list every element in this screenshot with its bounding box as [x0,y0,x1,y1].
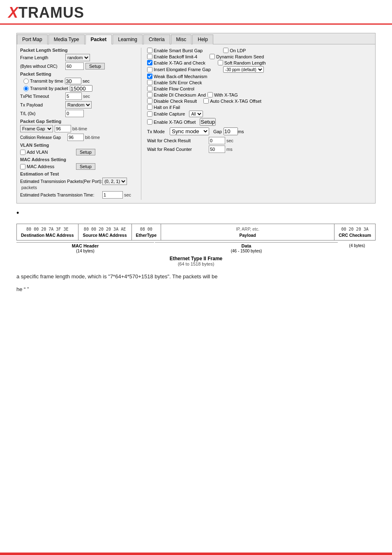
halt-fail-cb[interactable] [147,104,152,110]
tx-mode-select[interactable]: Sync modeAsync mode [170,127,209,135]
flow-control-cb[interactable] [147,86,152,91]
xtag-offset-cb[interactable] [147,119,152,125]
elongated-cb[interactable] [147,67,152,72]
setup-btn[interactable]: Setup [85,63,105,69]
auto-check-cb[interactable] [203,98,209,104]
panel-body: Packet Length Setting Frame Length rando… [17,44,375,203]
vlan-row: Add VLAN Setup [20,149,135,155]
auto-check-label: Auto Check X-TAG Offset [210,99,261,104]
ppm-select[interactable]: -30 ppm (default) [223,66,264,73]
flow-control-label: Enable Flow Control [154,86,194,91]
frame-title-area: Ethernet Type II Frame (64 to 1518 bytes… [16,256,376,266]
with-xtag-label: With X-TAG [214,92,238,97]
smart-burst-label: Enable Smart Burst Gap [154,48,203,53]
crc-hex: 00 20 20 3A [341,227,368,231]
mac-setup-btn[interactable]: Setup [76,163,95,170]
crc-bytes: (4 bytes) [349,243,365,248]
ethernet-diagram-wrapper: 80 00 20 7A 3F 3E Destination MAC Addres… [16,224,376,266]
tl-input[interactable] [65,110,84,117]
wait-read-unit: ms [226,147,233,152]
wait-check-input[interactable] [209,137,225,144]
estimation-title: Estimation of Test [20,171,135,176]
packet-setting-title: Packet Setting [20,72,135,76]
dynamic-seed-cb[interactable] [210,54,215,59]
smart-burst-row: Enable Smart Burst Gap On LDP [147,48,372,53]
capture-label: Enable Capture [154,111,185,116]
soft-random-cb[interactable] [218,60,223,65]
collision-gap-unit: bit-time [85,135,100,140]
wait-check-unit: sec [226,138,233,143]
xtag-offset-setup-btn[interactable]: Setup [200,118,216,126]
collision-gap-input[interactable] [67,134,84,141]
backoff-row: Enable Backoff limit-4 Dynamic Random Se… [147,54,372,59]
sn-error-label: Enable S/N Error Check [154,80,202,85]
add-vlan-checkbox[interactable] [20,150,25,155]
data-label: Data [242,243,251,248]
tab-port-map[interactable]: Port Map [17,35,48,44]
tab-packet[interactable]: Packet [85,35,112,44]
txpkt-input[interactable] [65,92,82,100]
text-para-2: he “ ” [16,285,376,294]
frame-gap-select[interactable]: Frame Gap [20,125,53,132]
bytes-label: (Bytes without CRC) [20,64,65,69]
sn-error-cb[interactable] [147,80,152,85]
bullet-section: • [16,210,376,217]
frame-gap-input[interactable] [55,125,71,132]
capture-select[interactable]: All [189,111,203,117]
est-packets-select[interactable]: (0, 2, 1) [102,178,127,185]
transmit-time-input[interactable] [65,78,81,84]
sn-error-row: Enable S/N Error Check [147,80,372,85]
tx-payload-select[interactable]: Random Fixed [65,101,92,109]
para2-end: ” [27,286,29,292]
packet-length-title: Packet Length Setting [20,48,135,53]
collision-gap-label: Collision Release Gap [20,135,67,140]
wait-read-input[interactable] [209,146,225,153]
on-ldp-label: On LDP [230,48,246,53]
transmit-time-radio[interactable] [23,79,29,84]
crc-cell: 00 20 20 3A CRC Checksum [334,224,375,240]
elongated-row: Insert Elongated Frame Gap -30 ppm (defa… [147,66,372,73]
disable-check-row: Disable Check Result Auto Check X-TAG Of… [147,98,372,104]
smart-burst-cb[interactable] [147,48,152,53]
panel-left: Packet Length Setting Frame Length rando… [20,48,135,200]
tab-criteria[interactable]: Criteria [143,35,170,44]
frame-length-select[interactable]: random fixed [65,54,90,61]
dynamic-seed-label: Dynamic Random Seed [216,54,264,59]
xtag-offset-row: Enable X-TAG Offset Setup [147,118,372,126]
ethernet-frame-outer: 80 00 20 7A 3F 3E Destination MAC Addres… [16,224,376,240]
txpkt-unit: sec [83,94,90,99]
backoff-cb[interactable] [147,54,152,59]
halt-fail-row: Halt on if Fail [147,104,372,110]
footer-bar [0,553,392,555]
transmit-packet-input[interactable] [70,85,92,92]
xtag-check-cb[interactable] [147,60,152,65]
src-mac-cell: 80 00 20 20 3A AE Source MAC Address [78,224,132,240]
tab-media-type[interactable]: Media Type [48,35,85,44]
weak-backoff-label: Weak Back-off Mechanism [154,74,207,79]
elongated-label: Insert Elongated Frame Gap [154,67,211,72]
gap-input[interactable] [224,127,238,135]
disable-check-cb[interactable] [147,98,152,104]
tab-learning[interactable]: Learning [113,35,143,44]
payload-cell: IP, ARP, etc. Payload [161,224,334,240]
frame-gap-row: Frame Gap bit-time [20,125,135,132]
weak-backoff-cb[interactable] [147,74,152,79]
vlan-setup-btn[interactable]: Setup [76,149,95,155]
transmit-packet-radio[interactable] [23,86,29,91]
capture-cb[interactable] [147,111,152,117]
on-ldp-cb[interactable] [223,48,228,53]
logo-rest: TRAMUS [18,4,84,21]
di-checksum-cb[interactable] [147,92,152,97]
est-time-row: Estimated Packets Transmission Time: sec [20,191,135,199]
mac-checkbox[interactable] [20,164,25,169]
with-xtag-cb[interactable] [208,92,213,97]
transmit-packet-row: Transmit by packet [23,85,135,92]
bytes-input[interactable] [65,62,84,70]
logo: XTRAMUS [8,4,384,21]
para2-start: he “ [16,286,25,292]
est-time-input[interactable] [102,191,123,199]
tab-misc[interactable]: Misc [171,35,192,44]
xtag-offset-label: Enable X-TAG Offset [154,120,196,125]
tab-help[interactable]: Help [192,35,213,44]
halt-fail-label: Halt on if Fail [154,105,180,110]
